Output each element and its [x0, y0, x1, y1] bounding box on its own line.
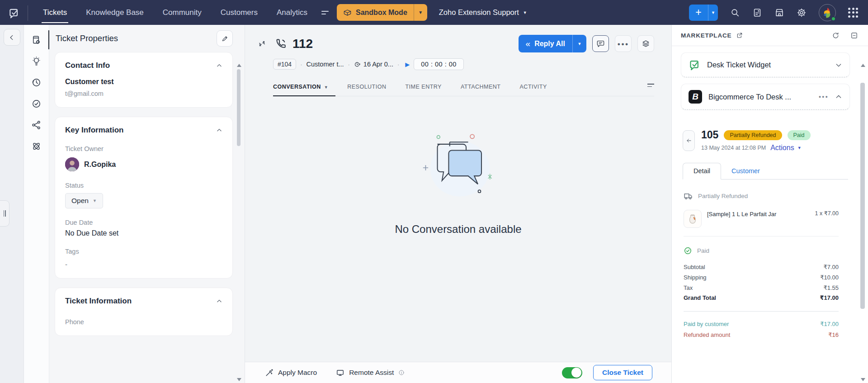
order-tab-customer[interactable]: Customer: [721, 163, 770, 179]
collapse-widget-icon[interactable]: [835, 93, 842, 100]
toggle-knob: [571, 368, 581, 378]
share-relations-icon[interactable]: [31, 119, 42, 130]
sandbox-caret[interactable]: ▼: [414, 4, 427, 21]
collapse-rail: [0, 25, 24, 383]
contact-name[interactable]: Customer test: [65, 78, 222, 86]
properties-scrollbar[interactable]: [236, 64, 242, 381]
tab-resolution[interactable]: RESOLUTION: [347, 79, 386, 96]
app-launcher-icon[interactable]: [848, 8, 858, 18]
quick-add-caret[interactable]: ▼: [708, 5, 718, 21]
expand-widget-icon[interactable]: [835, 61, 842, 69]
close-ticket-toggle[interactable]: [562, 367, 582, 378]
more-actions-button[interactable]: ●●●: [615, 35, 632, 52]
empty-conversation-message: No Conversation available: [395, 223, 521, 236]
remote-assist-button[interactable]: Remote Assist: [336, 369, 405, 377]
comment-button[interactable]: [592, 35, 609, 52]
widget-options-icon[interactable]: ●●●: [819, 95, 829, 99]
history-icon[interactable]: [31, 77, 42, 88]
tags-value[interactable]: -: [65, 260, 222, 268]
ticket-owner-value[interactable]: R.Gopika: [65, 157, 222, 171]
ticket-created-date[interactable]: 16 Apr 0...: [354, 61, 393, 68]
ticket-contact-name[interactable]: Customer t...: [307, 61, 344, 68]
nav-right-cluster: + ▼: [689, 4, 868, 21]
chevron-down-icon: ▼: [93, 199, 97, 203]
panel-resize-handle[interactable]: [0, 200, 9, 227]
edit-properties-button[interactable]: [217, 30, 233, 47]
nav-tab-tickets[interactable]: Tickets: [33, 0, 76, 25]
search-icon[interactable]: [730, 8, 740, 18]
ellipsis-icon: ●●●: [618, 41, 629, 47]
approvals-check-icon[interactable]: [31, 98, 42, 109]
paid-check-icon: [684, 246, 692, 255]
conversation-filter-icon[interactable]: [647, 84, 654, 92]
due-date-value[interactable]: No Due Date set: [65, 229, 222, 237]
scrollbar-thumb[interactable]: [237, 69, 241, 146]
order-actions-dropdown[interactable]: Actions ▼: [770, 144, 801, 152]
scroll-up-arrow[interactable]: [861, 64, 865, 67]
refunded-amount-row: Refunded amount₹16: [684, 330, 839, 340]
scrollbar-thumb[interactable]: [860, 83, 865, 309]
widget-desk-ticket[interactable]: Desk Ticket Widget: [681, 52, 850, 77]
time-tracker[interactable]: 00 : 00 : 00: [414, 58, 464, 70]
sandbox-box-icon: [343, 8, 352, 17]
contact-email[interactable]: t@gmail.com: [65, 90, 222, 97]
integrations-atom-icon[interactable]: [31, 141, 42, 151]
tab-activity[interactable]: ACTIVITY: [520, 79, 547, 96]
suggestions-lightbulb-icon[interactable]: [31, 56, 42, 66]
online-status-dot: [831, 16, 836, 21]
department-selector[interactable]: Zoho Extension Support ▼: [439, 8, 527, 17]
scroll-up-arrow[interactable]: [237, 64, 241, 67]
tab-time-entry[interactable]: TIME ENTRY: [405, 79, 441, 96]
jar-image: [687, 213, 698, 225]
order-number: 105: [701, 129, 718, 141]
collapse-panel-icon[interactable]: [850, 32, 858, 39]
nav-tab-customers[interactable]: Customers: [211, 0, 267, 25]
product-qty-price: 1 x ₹7.00: [815, 210, 839, 217]
collapse-view-icon[interactable]: [259, 40, 265, 47]
gear-icon[interactable]: [797, 8, 807, 18]
quick-add-button[interactable]: + ▼: [689, 5, 718, 21]
sandbox-mode-button[interactable]: Sandbox Mode ▼: [337, 4, 427, 21]
collapse-section-icon[interactable]: [216, 298, 222, 304]
external-link-icon[interactable]: [736, 32, 743, 39]
scroll-down-arrow[interactable]: [861, 378, 865, 381]
nav-tab-knowledge-base[interactable]: Knowledge Base: [76, 0, 153, 25]
collapse-section-icon[interactable]: [216, 62, 222, 69]
reply-all-button[interactable]: « Reply All ▼: [519, 35, 586, 52]
order-tab-detail[interactable]: Detail: [683, 163, 721, 180]
order-date: 13 May 2024 at 12:08 PM: [701, 145, 766, 151]
separator-dot: ·: [397, 61, 399, 68]
order-back-button[interactable]: [683, 130, 695, 151]
timer-play-icon[interactable]: ▶: [405, 61, 410, 68]
tab-attachment[interactable]: ATTACHMENT: [461, 79, 501, 96]
marketplace-scrollbar[interactable]: [860, 64, 867, 381]
widget-bigcommerce[interactable]: B Bigcommerce To Desk ... ●●●: [681, 84, 850, 110]
department-label: Zoho Extension Support: [439, 8, 519, 17]
ticket-information-card: Ticket Information Phone: [55, 288, 233, 336]
marketplace-store-icon[interactable]: [774, 8, 784, 18]
refresh-icon[interactable]: [832, 32, 840, 39]
apply-macro-button[interactable]: Apply Macro: [265, 369, 317, 377]
bigcommerce-logo: B: [689, 90, 702, 104]
widget-name: Desk Ticket Widget: [707, 61, 771, 69]
info-icon[interactable]: [398, 369, 405, 376]
reply-options-caret[interactable]: ▼: [572, 35, 586, 52]
ticket-properties-icon[interactable]: [31, 34, 42, 45]
close-ticket-button[interactable]: Close Ticket: [593, 365, 652, 380]
nav-tab-analytics[interactable]: Analytics: [267, 0, 317, 25]
zoho-desk-logo[interactable]: [0, 5, 28, 21]
back-button[interactable]: [4, 29, 20, 46]
feeds-icon[interactable]: [752, 8, 762, 18]
tab-conversation[interactable]: CONVERSATION▼: [273, 79, 328, 96]
nav-overflow-icon[interactable]: [321, 11, 329, 14]
truck-icon: [684, 191, 693, 201]
collapse-section-icon[interactable]: [216, 127, 222, 133]
nav-tab-community[interactable]: Community: [153, 0, 211, 25]
scroll-down-arrow[interactable]: [237, 378, 241, 381]
user-avatar[interactable]: [819, 4, 836, 21]
payment-status: Paid: [697, 247, 709, 254]
status-dropdown[interactable]: Open ▼: [65, 193, 103, 208]
ticket-tabs: CONVERSATION▼ RESOLUTION TIME ENTRY ATTA…: [273, 79, 654, 96]
plus-icon[interactable]: +: [689, 5, 708, 21]
split-view-button[interactable]: [637, 35, 654, 52]
